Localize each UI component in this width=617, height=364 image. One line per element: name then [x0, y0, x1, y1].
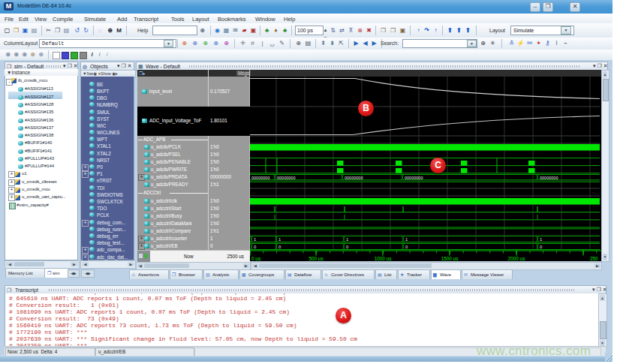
svg-text:1: 1: [254, 237, 256, 242]
svg-text:1500 us: 1500 us: [441, 256, 459, 261]
svg-text:250: 250: [590, 256, 598, 261]
svg-text:00000000: 00000000: [277, 176, 295, 180]
svg-text:00000000: 00000000: [540, 176, 558, 180]
svg-text:0 us: 0 us: [251, 256, 260, 261]
svg-text:00000000: 00000000: [345, 176, 363, 180]
svg-text:500 us: 500 us: [308, 256, 323, 261]
svg-text:0: 0: [278, 245, 281, 249]
svg-text:00000000: 00000000: [251, 176, 269, 180]
svg-text:2000 us: 2000 us: [508, 256, 525, 261]
svg-text:0: 0: [540, 245, 542, 249]
svg-text:1: 1: [540, 237, 542, 242]
svg-text:00000000: 00000000: [405, 176, 423, 180]
svg-text:1: 1: [346, 237, 348, 242]
svg-text:0: 0: [405, 245, 408, 249]
svg-text:0: 0: [346, 245, 348, 249]
svg-text:0: 0: [254, 245, 256, 249]
svg-text:1000 us: 1000 us: [375, 256, 392, 261]
svg-text:1: 1: [278, 237, 281, 242]
svg-text:1: 1: [405, 237, 408, 242]
